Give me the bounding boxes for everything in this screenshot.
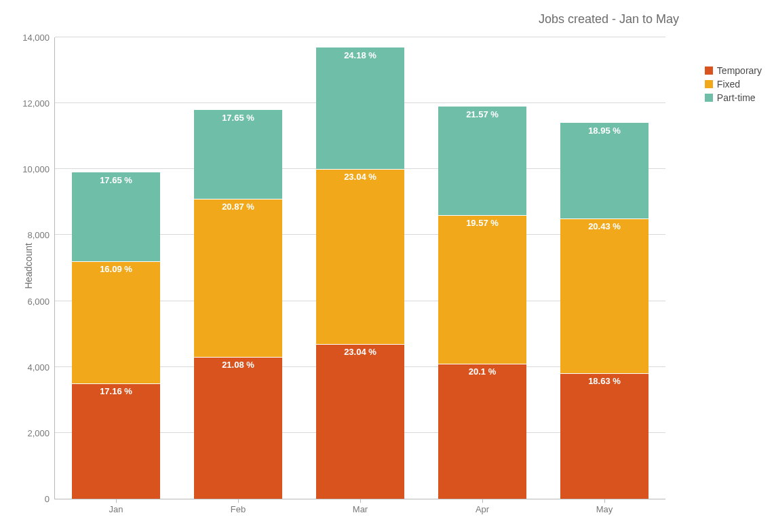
x-tick-label: May (596, 499, 613, 514)
legend-item[interactable]: Fixed (705, 77, 762, 91)
bar-group: 18.63 %20.43 %18.95 % (560, 123, 649, 499)
data-label: 17.16 % (72, 386, 160, 396)
data-label: 20.87 % (194, 202, 282, 212)
y-tick-label: 14,000 (22, 33, 55, 43)
y-tick-label: 6,000 (27, 296, 55, 306)
bar-group: 21.08 %20.87 %17.65 % (194, 110, 282, 499)
bar-segment[interactable]: 17.65 % (194, 110, 282, 199)
bar-segment[interactable]: 19.57 % (438, 215, 526, 364)
bar-segment[interactable]: 18.95 % (560, 123, 649, 218)
chart-title: Jobs created - Jan to May (0, 12, 679, 26)
y-tick-label: 0 (45, 494, 55, 504)
data-label: 17.65 % (194, 113, 282, 123)
y-axis-title: Headcount (23, 243, 34, 289)
bar-segment[interactable]: 17.65 % (72, 172, 160, 261)
y-tick-label: 2,000 (27, 428, 55, 438)
bar-segment[interactable]: 21.57 % (438, 107, 526, 215)
data-label: 23.04 % (316, 172, 404, 182)
x-tick-label: Jan (109, 499, 123, 514)
plot-area: 02,0004,0006,0008,00010,00012,00014,000J… (54, 37, 665, 499)
data-label: 23.04 % (316, 347, 404, 357)
bar-group: 20.1 %19.57 %21.57 % (438, 107, 526, 499)
legend-swatch (705, 94, 713, 102)
data-label: 18.95 % (560, 126, 649, 136)
legend-item[interactable]: Part-time (705, 91, 762, 104)
data-label: 20.43 % (560, 221, 649, 231)
bar-group: 23.04 %23.04 %24.18 % (316, 48, 404, 499)
bar-segment[interactable]: 24.18 % (316, 48, 404, 170)
bar-segment[interactable]: 23.04 % (316, 344, 404, 499)
bar-segment[interactable]: 17.16 % (72, 383, 160, 499)
data-label: 20.1 % (438, 366, 526, 377)
y-tick-label: 8,000 (27, 230, 55, 240)
x-tick-label: Mar (353, 499, 368, 514)
bar-segment[interactable]: 20.87 % (194, 199, 282, 357)
x-tick-label: Apr (476, 499, 489, 514)
bar-segment[interactable]: 20.43 % (560, 218, 649, 373)
bar-segment[interactable]: 18.63 % (560, 373, 649, 499)
bar-segment[interactable]: 16.09 % (72, 261, 160, 383)
legend-label: Part-time (717, 91, 756, 104)
data-label: 21.08 % (194, 360, 282, 370)
legend-item[interactable]: Temporary (705, 64, 762, 77)
bar-group: 17.16 %16.09 %17.65 % (72, 172, 160, 499)
legend-swatch (705, 80, 713, 88)
stacked-bar-chart: Jobs created - Jan to May TemporaryFixed… (0, 0, 774, 532)
data-label: 17.65 % (72, 175, 160, 185)
y-tick-label: 10,000 (22, 164, 55, 174)
y-tick-label: 12,000 (22, 98, 55, 109)
x-tick-label: Feb (231, 499, 246, 514)
legend-label: Temporary (717, 64, 762, 77)
bar-segment[interactable]: 21.08 % (194, 357, 282, 499)
data-label: 21.57 % (438, 109, 526, 119)
data-label: 18.63 % (560, 376, 649, 386)
bar-segment[interactable]: 20.1 % (438, 364, 526, 499)
legend: TemporaryFixedPart-time (705, 64, 762, 104)
bar-segment[interactable]: 23.04 % (316, 169, 404, 343)
y-tick-label: 4,000 (27, 362, 55, 372)
gridline (55, 37, 665, 37)
data-label: 24.18 % (316, 50, 404, 60)
legend-swatch (705, 66, 713, 75)
data-label: 19.57 % (438, 218, 526, 228)
data-label: 16.09 % (72, 264, 160, 274)
legend-label: Fixed (717, 77, 740, 91)
